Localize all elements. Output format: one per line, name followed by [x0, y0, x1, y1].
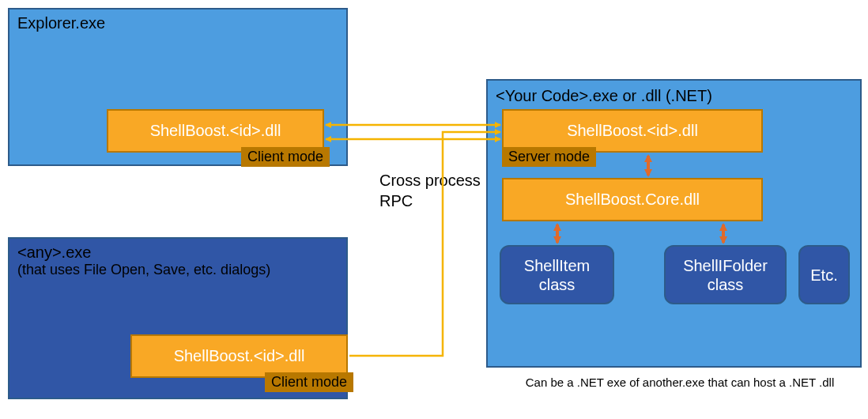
yourcode-title: <Your Code>.exe or .dll (.NET) [496, 87, 852, 105]
anyexe-subtitle: (that uses File Open, Save, etc. dialogs… [17, 262, 338, 278]
server-mode-tag: Server mode [502, 147, 596, 167]
server-dll: ShellBoost.<id>.dll [502, 109, 763, 153]
client-dll-explorer: ShellBoost.<id>.dll [107, 109, 324, 153]
client-mode-tag-anyexe: Client mode [265, 372, 353, 392]
rpc-label: Cross process RPC [379, 170, 481, 211]
yourcode-footnote: Can be a .NET exe of another.exe that ca… [514, 376, 846, 389]
client-dll-anyexe: ShellBoost.<id>.dll [130, 334, 348, 378]
anyexe-title: <any>.exe [17, 243, 338, 262]
explorer-title: Explorer.exe [17, 14, 338, 32]
core-dll-label: ShellBoost.Core.dll [565, 191, 700, 209]
server-dll-label: ShellBoost.<id>.dll [567, 122, 698, 140]
etc-class-chip: Etc. [798, 245, 850, 304]
client-dll-anyexe-label: ShellBoost.<id>.dll [174, 347, 305, 365]
client-mode-tag-explorer: Client mode [241, 147, 330, 167]
core-dll: ShellBoost.Core.dll [502, 178, 763, 221]
client-dll-explorer-label: ShellBoost.<id>.dll [150, 122, 281, 140]
shellitem-class-chip: ShellItem class [500, 245, 614, 304]
shellfolder-class-chip: ShellIFolder class [664, 245, 787, 304]
